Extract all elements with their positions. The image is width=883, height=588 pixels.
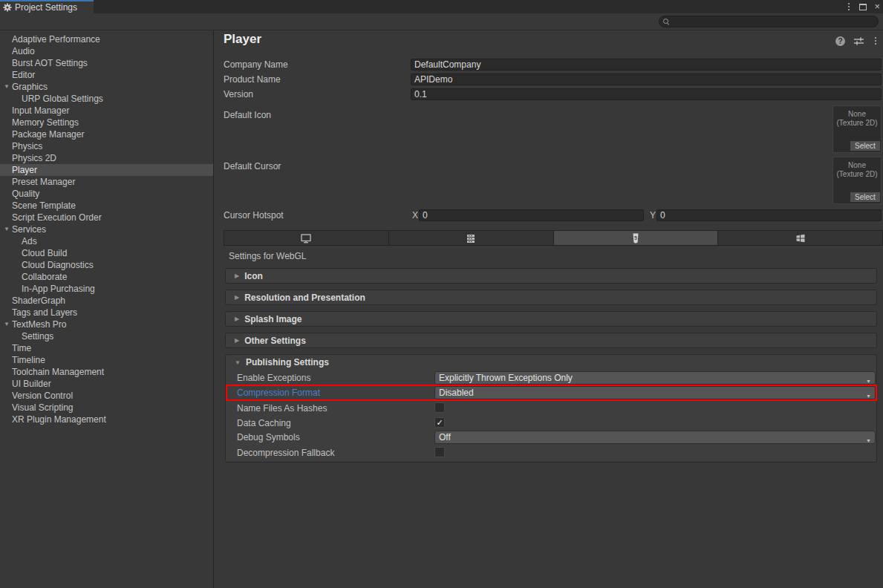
window-more-icon[interactable] [846,1,852,12]
sidebar-item[interactable]: Audio [0,45,213,57]
debug-symbols-row: Debug Symbols Off [226,431,876,444]
compression-format-dropdown[interactable]: Disabled [434,386,876,399]
section-label: Icon [244,271,263,281]
html5-webgl-icon: 5 [630,232,642,244]
sidebar-item[interactable]: Physics [0,140,213,152]
sidebar-item-label: Time [12,343,31,353]
compression-format-row: Compression Format Disabled [226,386,876,399]
sidebar-item[interactable]: Editor [0,69,213,81]
sidebar-item-label: Collaborate [22,272,67,282]
foldout-collapsed-icon[interactable] [235,294,239,301]
player-settings-panel: Player Company Name DefaultCompany Produ… [214,30,883,588]
close-icon[interactable] [874,3,880,10]
section-label: Splash Image [244,314,302,324]
sidebar-item[interactable]: Preset Manager [0,176,213,188]
select-cursor-button[interactable]: Select [850,192,880,202]
sidebar-item[interactable]: ShaderGraph [0,295,213,307]
section-header[interactable]: Splash Image [225,311,877,327]
default-icon-label: Default Icon [224,109,271,121]
presets-icon[interactable] [854,36,864,46]
platform-tab-webgl[interactable]: 5 [554,231,718,245]
sidebar-item[interactable]: Ads [0,235,213,247]
window-title: Project Settings [15,2,77,13]
sidebar-item[interactable]: Services [0,223,213,235]
foldout-collapsed-icon[interactable] [235,316,239,322]
foldout-collapsed-icon[interactable] [235,272,239,279]
data-caching-label: Data Caching [237,417,291,429]
company-name-label: Company Name [224,59,288,71]
section-header[interactable]: Icon [225,268,877,284]
sidebar-item[interactable]: Cloud Build [0,247,213,259]
platform-tab-dedicated-server[interactable] [389,231,553,245]
publishing-settings-title: Publishing Settings [246,357,329,368]
name-files-as-hashes-checkbox[interactable] [434,402,445,413]
data-caching-checkbox[interactable] [434,417,445,428]
texture-none-text: None [833,110,881,119]
sidebar-item[interactable]: Tags and Layers [0,307,213,318]
sidebar-item-label: Player [12,165,37,175]
sidebar-item-label: Services [12,224,46,235]
select-icon-button[interactable]: Select [850,141,880,151]
sidebar-item[interactable]: Graphics [0,81,213,93]
section-header[interactable]: Resolution and Presentation [225,290,877,305]
version-field[interactable]: 0.1 [411,88,882,100]
sidebar-item[interactable]: XR Plugin Management [0,414,213,425]
foldout-arrow-icon[interactable] [2,318,11,330]
sidebar-item[interactable]: TextMesh Pro [0,318,213,330]
default-cursor-texture-slot[interactable]: None (Texture 2D) Select [833,157,882,204]
foldout-expanded-icon[interactable] [235,359,241,366]
default-icon-texture-slot[interactable]: None (Texture 2D) Select [833,105,882,153]
sidebar-item[interactable]: Script Execution Order [0,212,213,223]
decompression-fallback-checkbox[interactable] [434,447,445,457]
foldout-collapsed-icon[interactable] [235,337,239,344]
sidebar-item[interactable]: Cloud Diagnostics [0,259,213,271]
company-name-field[interactable]: DefaultCompany [411,59,882,71]
sidebar-item-label: Memory Settings [12,117,79,128]
sidebar-item-label: Physics 2D [12,153,56,163]
sidebar-item-label: Graphics [12,82,48,92]
debug-symbols-dropdown[interactable]: Off [434,431,876,444]
sidebar-item[interactable]: Adaptive Performance [0,33,213,45]
sidebar-item[interactable]: Collaborate [0,271,213,283]
project-settings-tab[interactable]: Project Settings [0,0,94,13]
sidebar-item[interactable]: Burst AOT Settings [0,57,213,69]
enable-exceptions-dropdown[interactable]: Explicitly Thrown Exceptions Only [434,371,876,385]
sidebar-item[interactable]: Version Control [0,390,213,402]
sidebar-item[interactable]: Package Manager [0,128,213,140]
sidebar-item[interactable]: Timeline [0,354,213,366]
hotspot-y-label: Y [650,209,656,221]
section-header[interactable]: Other Settings [225,333,877,348]
sidebar-item[interactable]: Player [0,164,213,176]
sidebar-item[interactable]: Input Manager [0,105,213,117]
sidebar-item[interactable]: In-App Purchasing [0,283,213,295]
sidebar-item[interactable]: Scene Template [0,200,213,212]
hotspot-x-field[interactable]: 0 [419,209,644,221]
sidebar-item[interactable]: Settings [0,330,213,342]
foldout-arrow-icon[interactable] [2,81,11,93]
sidebar-item[interactable]: UI Builder [0,378,213,390]
help-icon[interactable] [835,36,845,46]
sidebar-item[interactable]: URP Global Settings [0,93,213,105]
sidebar-item[interactable]: Memory Settings [0,117,213,128]
maximize-icon[interactable] [859,4,867,10]
decompression-fallback-label: Decompression Fallback [237,447,334,459]
product-name-field[interactable]: APIDemo [411,74,882,85]
enable-exceptions-label: Enable Exceptions [237,372,310,384]
sidebar-item-label: Version Control [12,391,73,401]
sidebar-item[interactable]: Quality [0,188,213,200]
sidebar-item[interactable]: Visual Scripting [0,402,213,414]
platform-tab-windows-store[interactable] [718,231,882,245]
section-label: Other Settings [244,336,306,346]
hotspot-y-field[interactable]: 0 [656,209,882,221]
debug-symbols-label: Debug Symbols [237,431,300,443]
sidebar-item[interactable]: Toolchain Management [0,366,213,378]
panel-more-icon[interactable] [873,36,879,46]
search-input[interactable] [659,16,879,27]
platform-tab-standalone[interactable] [224,231,388,245]
foldout-arrow-icon[interactable] [2,223,11,235]
sidebar-item[interactable]: Physics 2D [0,152,213,164]
sidebar-item[interactable]: Time [0,342,213,354]
publishing-settings-header[interactable]: Publishing Settings [235,357,329,368]
sidebar-item-label: URP Global Settings [22,94,103,104]
sidebar-item-label: Settings [22,331,53,342]
